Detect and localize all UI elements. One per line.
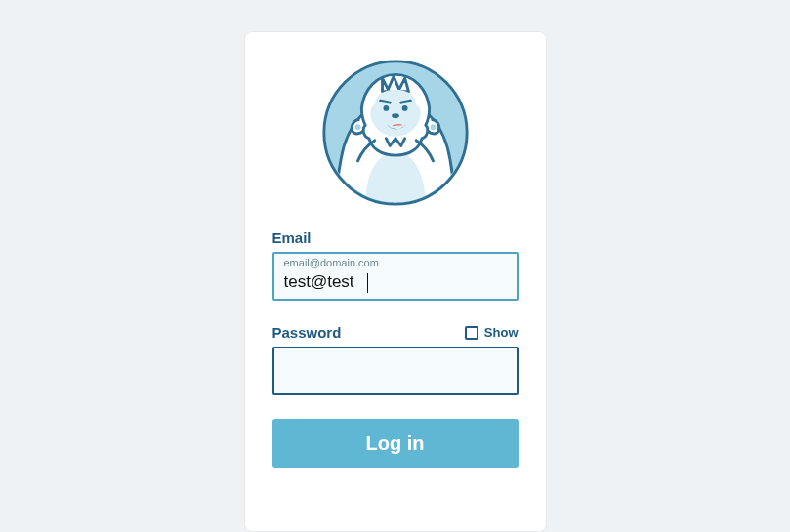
password-label: Password <box>272 324 342 341</box>
yeti-avatar-icon <box>320 58 471 208</box>
avatar-wrap <box>272 58 519 208</box>
email-input-wrap: email@domain.com <box>272 252 519 301</box>
login-card: Email email@domain.com Password Show Log… <box>244 31 547 532</box>
password-input-wrap <box>272 347 519 395</box>
show-password-toggle[interactable]: Show <box>465 325 519 340</box>
login-button[interactable]: Log in <box>272 419 519 468</box>
show-password-label: Show <box>484 325 519 340</box>
email-input[interactable] <box>272 252 519 301</box>
email-label: Email <box>272 229 519 246</box>
svg-point-3 <box>430 124 436 130</box>
text-caret <box>367 273 368 293</box>
svg-point-2 <box>354 124 360 130</box>
svg-point-5 <box>401 105 407 111</box>
svg-point-4 <box>383 105 389 111</box>
checkbox-icon <box>465 326 478 340</box>
svg-point-6 <box>392 113 399 118</box>
password-input[interactable] <box>272 347 519 395</box>
